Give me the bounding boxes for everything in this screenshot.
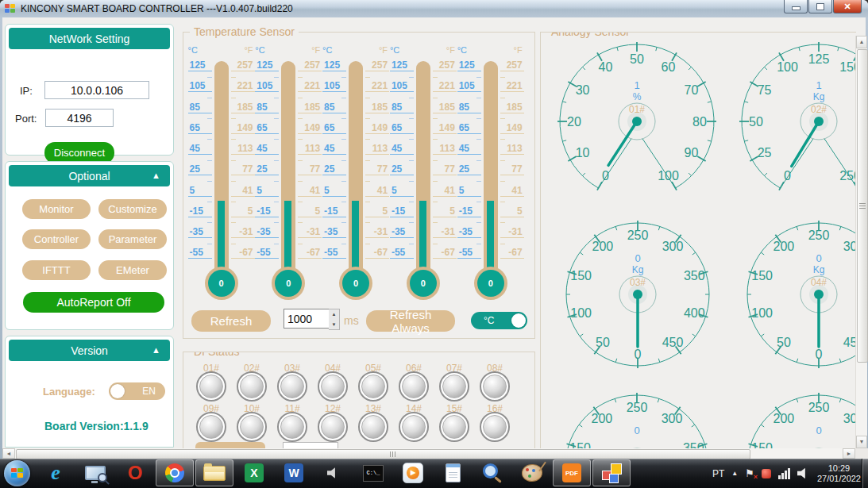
monitor-button[interactable]: Monitor <box>22 199 91 219</box>
di-indicator <box>439 412 469 442</box>
collapse-arrow-icon[interactable]: ▲ <box>152 345 160 355</box>
fahrenheit-scale-label: 221 <box>365 81 389 92</box>
fahrenheit-scale-label: 257 <box>433 60 457 71</box>
gauge-value: 0 <box>635 252 640 264</box>
celsius-scale-label: -35 <box>255 227 279 238</box>
taskbar-item-color-app[interactable] <box>592 459 631 486</box>
disconnect-button[interactable]: Disconnect <box>44 142 114 163</box>
emeter-button[interactable]: EMeter <box>98 260 167 280</box>
taskbar-item-command-prompt[interactable]: C:\_ <box>354 459 392 486</box>
taskbar-item-notepad[interactable] <box>434 459 472 486</box>
thermometer-bulb: 0 <box>205 267 238 300</box>
celsius-minor-tick <box>274 244 279 244</box>
autoreport-button[interactable]: AutoReport Off <box>23 292 164 313</box>
show-desktop-button[interactable] <box>862 459 868 488</box>
start-button[interactable] <box>4 460 30 486</box>
hidden-icons-arrow[interactable]: ▲ <box>731 470 738 477</box>
celsius-scale-label: -35 <box>188 227 212 238</box>
refresh-always-button[interactable]: Refresh Always <box>366 310 455 332</box>
action-center-flag-icon[interactable]: ⚑× <box>745 467 754 479</box>
language-toggle[interactable]: EN <box>109 382 165 400</box>
minimize-button[interactable] <box>784 0 808 13</box>
celsius-minor-tick <box>476 181 481 182</box>
celsius-minor-tick <box>409 77 414 78</box>
close-button[interactable]: ✕ <box>833 0 862 13</box>
gauge-tick-label: 450 <box>843 336 856 349</box>
controller-button[interactable]: Controller <box>22 229 91 249</box>
refresh-interval-input[interactable] <box>284 309 330 329</box>
fahrenheit-minor-tick <box>500 244 505 244</box>
taskbar-item-file-explorer[interactable] <box>195 459 233 486</box>
taskbar-item-excel[interactable]: X <box>235 459 273 486</box>
gauge-value: 1 <box>816 79 821 91</box>
celsius-scale-label: 85 <box>188 102 212 113</box>
di-indicator <box>318 371 348 402</box>
gauge-tick-label: 60 <box>662 60 676 74</box>
parameter-button[interactable]: Parameter <box>98 229 167 249</box>
port-input[interactable] <box>45 109 114 127</box>
taskbar-item-volume-mixer[interactable] <box>314 459 353 486</box>
taskbar-item-opera[interactable]: O <box>116 459 154 486</box>
customize-button[interactable]: Customize <box>98 199 167 219</box>
taskbar-item-chrome[interactable] <box>156 459 194 486</box>
clock[interactable]: 10:29 27/01/2022 <box>817 463 861 484</box>
celsius-minor-tick <box>207 77 212 78</box>
fahrenheit-minor-tick <box>231 118 236 119</box>
taskbar-item-internet-explorer[interactable]: e <box>37 459 75 486</box>
fahrenheit-minor-tick <box>365 244 370 244</box>
language-indicator[interactable]: PT <box>712 468 724 479</box>
folder-icon <box>203 466 226 481</box>
scroll-right-button[interactable]: ► <box>843 448 855 459</box>
paint-palette-icon <box>522 464 542 482</box>
windows-logo-icon <box>11 468 23 478</box>
fahrenheit-scale-label: 257 <box>500 60 524 71</box>
celsius-unit-label: °C <box>390 45 412 55</box>
taskbar-item-computer-search[interactable] <box>76 459 114 486</box>
taskbar-item-paint[interactable] <box>513 459 551 486</box>
analogy-sensor-group: Analogy Sensor 01020304050607080901001%0… <box>540 32 856 449</box>
gauge-tick-label: 70 <box>685 83 699 97</box>
fahrenheit-scale-label: 185 <box>298 102 322 113</box>
fahrenheit-scale-label: 41 <box>433 186 457 197</box>
taskbar-item-word[interactable]: W <box>275 459 313 486</box>
scroll-down-button[interactable]: ▼ <box>856 436 867 448</box>
di-indicator <box>358 371 388 402</box>
celsius-minor-tick <box>207 160 212 161</box>
ip-input[interactable] <box>44 81 149 99</box>
vertical-scrollbar-thumb[interactable] <box>857 49 868 363</box>
interval-spinner[interactable]: ▲▼ <box>329 309 340 330</box>
fahrenheit-scale-label: 5 <box>298 206 322 217</box>
di-indicator <box>196 371 226 402</box>
refresh-button[interactable]: Refresh <box>191 310 271 332</box>
scroll-up-button[interactable]: ▲ <box>856 36 867 48</box>
spinner-down-icon[interactable]: ▼ <box>332 322 337 327</box>
horizontal-scrollbar[interactable]: ◄ ► <box>2 448 855 459</box>
ifttt-button[interactable]: IFTTT <box>22 260 91 280</box>
security-alert-icon[interactable] <box>762 469 771 478</box>
magnifier-icon <box>98 473 107 482</box>
celsius-minor-tick <box>341 181 346 182</box>
volume-icon[interactable] <box>797 468 810 479</box>
celsius-minor-tick <box>409 222 414 223</box>
taskbar-item-foxit-pdf[interactable]: PDF <box>553 459 591 486</box>
fahrenheit-minor-tick <box>298 118 303 119</box>
celsius-scale-label: 25 <box>188 164 212 175</box>
taskbar-item-media-player[interactable]: ▶ <box>394 459 432 486</box>
version-title: Version <box>71 344 108 357</box>
unit-toggle[interactable]: °C <box>471 312 527 329</box>
maximize-button[interactable] <box>808 0 832 13</box>
celsius-scale-label: -15 <box>255 206 279 217</box>
fahrenheit-minor-tick <box>298 202 303 202</box>
fahrenheit-minor-tick <box>433 139 438 140</box>
vertical-scrollbar[interactable]: ▲ ▼ <box>855 36 867 448</box>
fahrenheit-scale-label: -31 <box>500 227 524 238</box>
network-signal-icon[interactable] <box>778 468 790 479</box>
collapse-arrow-icon[interactable]: ▲ <box>152 171 160 180</box>
fahrenheit-unit-label: °F <box>298 45 320 55</box>
spinner-up-icon[interactable]: ▲ <box>332 312 337 317</box>
scroll-left-button[interactable]: ◄ <box>2 448 15 459</box>
gauge-id: 01# <box>629 104 645 115</box>
di-indicator <box>237 412 267 442</box>
taskbar-item-search-tool[interactable] <box>473 459 511 486</box>
language-value: EN <box>142 386 156 397</box>
